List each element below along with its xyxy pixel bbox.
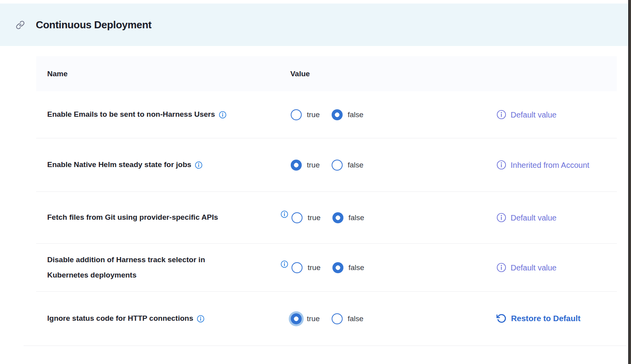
- radio-group: true false: [291, 109, 363, 120]
- table-row: Enable Native Helm steady state for jobs…: [36, 138, 617, 191]
- setting-value-cell: true false: [277, 212, 485, 223]
- radio-false-label[interactable]: false: [348, 314, 363, 323]
- setting-name-cell: Disable addition of Harness track select…: [36, 252, 277, 283]
- info-circle-icon[interactable]: [219, 111, 227, 119]
- info-circle-icon[interactable]: [197, 315, 205, 323]
- info-circle-icon[interactable]: [496, 110, 506, 119]
- setting-status-cell: Inherited from Account: [485, 159, 617, 171]
- info-circle-icon[interactable]: [496, 213, 506, 222]
- link-icon[interactable]: [16, 20, 25, 29]
- setting-value-cell: true false: [277, 262, 485, 273]
- setting-name: Enable Native Helm steady state for jobs: [47, 157, 191, 173]
- setting-value-cell: true false: [277, 160, 485, 171]
- setting-value-cell: true false: [277, 109, 485, 120]
- radio-true[interactable]: [291, 313, 302, 324]
- radio-true-label[interactable]: true: [307, 314, 320, 323]
- radio-true[interactable]: [291, 109, 302, 120]
- info-circle-icon[interactable]: [280, 260, 288, 268]
- column-header-value: Value: [277, 70, 485, 78]
- table-row: Disable addition of Harness track select…: [36, 243, 617, 291]
- info-circle-icon[interactable]: [496, 160, 506, 170]
- table-body: Enable Emails to be sent to non-Harness …: [36, 91, 617, 346]
- radio-true-label[interactable]: true: [307, 161, 320, 169]
- setting-name: Fetch files from Git using provider-spec…: [47, 210, 218, 225]
- restore-to-default-button[interactable]: Restore to Default: [485, 312, 617, 325]
- radio-true-label[interactable]: true: [308, 263, 321, 272]
- radio-group: true false: [291, 160, 363, 171]
- setting-name: Enable Emails to be sent to non-Harness …: [47, 107, 215, 122]
- radio-group: true false: [292, 262, 364, 273]
- radio-false[interactable]: [332, 262, 343, 273]
- window-edge: [628, 0, 631, 364]
- radio-true-label[interactable]: true: [308, 213, 321, 222]
- info-circle-icon[interactable]: [195, 161, 203, 169]
- table-row: Enable Emails to be sent to non-Harness …: [36, 91, 617, 138]
- radio-true-label[interactable]: true: [307, 110, 320, 119]
- rotate-ccw-icon: [496, 313, 507, 324]
- settings-table: Name Value Enable Emails to be sent to n…: [36, 56, 617, 346]
- radio-group: true false: [292, 212, 364, 223]
- status-text: Inherited from Account: [511, 159, 589, 171]
- section-bottom-divider: [24, 346, 626, 346]
- page-title: Continuous Deployment: [36, 19, 151, 31]
- setting-name: Ignore status code for HTTP connections: [47, 311, 193, 326]
- radio-false[interactable]: [332, 313, 343, 324]
- status-text: Default value: [511, 261, 557, 274]
- setting-status-cell: Default value: [485, 211, 617, 224]
- radio-false-label[interactable]: false: [349, 213, 364, 222]
- setting-name-cell: Fetch files from Git using provider-spec…: [36, 210, 277, 225]
- setting-name-cell: Enable Native Helm steady state for jobs: [36, 157, 277, 173]
- info-circle-icon[interactable]: [280, 210, 288, 218]
- radio-true[interactable]: [292, 262, 303, 273]
- table-row: Ignore status code for HTTP connections …: [36, 291, 617, 346]
- radio-true[interactable]: [292, 212, 303, 223]
- radio-group: true false: [291, 313, 363, 324]
- setting-name-cell: Enable Emails to be sent to non-Harness …: [36, 107, 277, 122]
- radio-false-label[interactable]: false: [348, 161, 363, 169]
- table-header-row: Name Value: [36, 56, 617, 91]
- setting-status-cell: Default value: [485, 108, 617, 121]
- status-text: Default value: [511, 211, 557, 224]
- restore-label: Restore to Default: [511, 312, 581, 325]
- info-circle-icon[interactable]: [496, 263, 506, 272]
- column-header-name: Name: [36, 70, 277, 78]
- radio-true[interactable]: [291, 160, 302, 171]
- status-text: Default value: [511, 108, 557, 121]
- section-header: Continuous Deployment: [0, 4, 631, 46]
- radio-false[interactable]: [332, 109, 343, 120]
- radio-false-label[interactable]: false: [348, 110, 363, 119]
- setting-name: Disable addition of Harness track select…: [47, 252, 246, 283]
- setting-status-cell: Default value: [485, 261, 617, 274]
- radio-false[interactable]: [332, 212, 343, 223]
- table-row: Fetch files from Git using provider-spec…: [36, 191, 617, 243]
- radio-false[interactable]: [332, 160, 343, 171]
- setting-value-cell: true false: [277, 313, 485, 324]
- setting-name-cell: Ignore status code for HTTP connections: [36, 311, 277, 326]
- radio-false-label[interactable]: false: [349, 263, 364, 272]
